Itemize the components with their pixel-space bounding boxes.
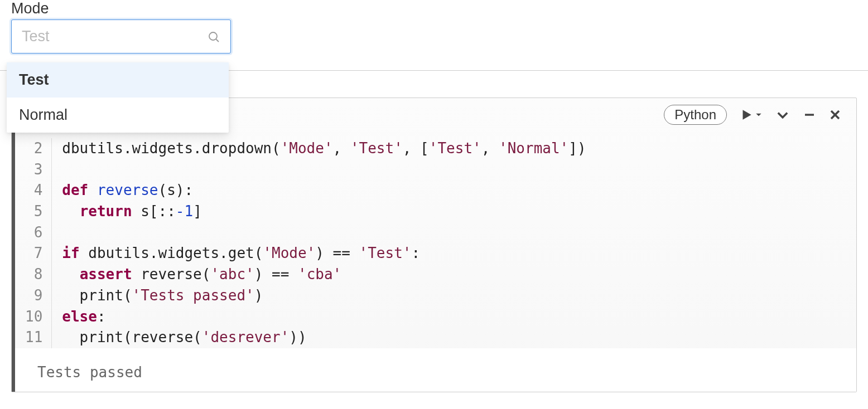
close-button[interactable] (828, 108, 842, 121)
dropdown-option-test[interactable]: Test (7, 62, 229, 98)
mode-dropdown-input[interactable] (22, 28, 207, 45)
line-number: 7 (25, 243, 42, 264)
dropdown-menu: Test Normal (7, 62, 229, 133)
chevron-down-icon (755, 111, 763, 119)
dropdown-option-normal[interactable]: Normal (7, 98, 229, 133)
run-button[interactable] (739, 108, 763, 122)
minimize-button[interactable] (803, 108, 816, 121)
line-number: 4 (25, 180, 42, 201)
cell-output: Tests passed (12, 348, 856, 392)
code-cell: Python 234567891011 dbutils.widgets.drop… (11, 98, 857, 392)
svg-point-0 (209, 32, 217, 40)
line-number: 5 (25, 201, 42, 222)
line-number: 2 (25, 138, 42, 159)
widget-label: Mode (11, 0, 857, 17)
line-number: 3 (25, 159, 42, 181)
line-number-gutter: 234567891011 (12, 138, 52, 348)
cell-active-indicator (12, 98, 15, 392)
line-number: 6 (25, 222, 42, 244)
line-number: 8 (25, 264, 42, 285)
search-icon (207, 30, 220, 43)
expand-down-button[interactable] (775, 107, 790, 123)
line-number: 10 (25, 306, 42, 328)
line-number: 11 (25, 327, 42, 348)
code-content[interactable]: dbutils.widgets.dropdown('Mode', 'Test',… (52, 138, 586, 348)
mode-dropdown[interactable] (11, 20, 231, 53)
code-editor[interactable]: 234567891011 dbutils.widgets.dropdown('M… (12, 138, 856, 348)
svg-line-1 (216, 39, 219, 42)
language-badge[interactable]: Python (664, 105, 727, 125)
line-number: 9 (25, 285, 42, 306)
